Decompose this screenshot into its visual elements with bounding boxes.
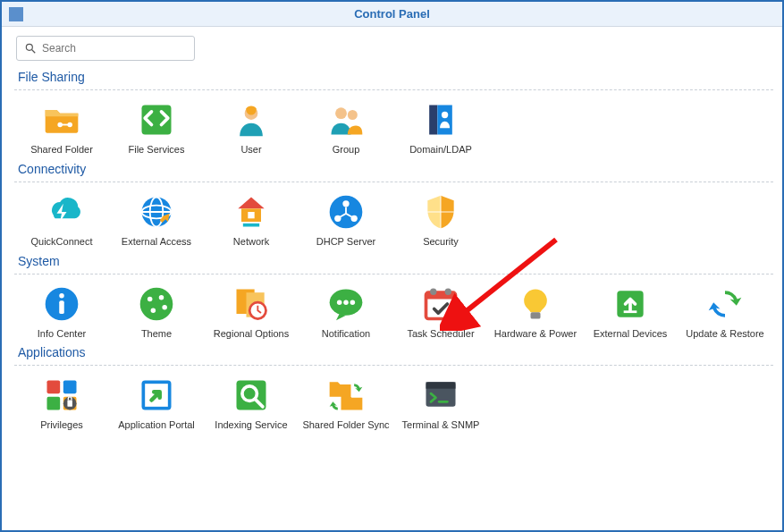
svg-rect-24 <box>59 300 64 314</box>
application-portal-icon <box>136 375 177 416</box>
update-restore-icon <box>704 283 746 325</box>
divider <box>14 182 773 182</box>
label: Terminal & SNMP <box>402 419 480 432</box>
external-devices-icon <box>610 283 651 325</box>
user-icon <box>231 99 272 140</box>
dhcp-server-icon <box>325 191 367 232</box>
item-group[interactable]: Group <box>299 96 393 160</box>
svg-point-39 <box>430 288 436 294</box>
item-shared-folder[interactable]: Shared Folder <box>14 96 109 160</box>
item-shared-folder-sync[interactable]: Shared Folder Sync <box>299 371 393 435</box>
search-input[interactable] <box>42 42 187 55</box>
svg-rect-41 <box>531 312 541 318</box>
label: Domain/LDAP <box>409 144 472 156</box>
label: External Access <box>122 236 191 249</box>
item-hardware-power[interactable]: Hardware & Power <box>488 280 583 344</box>
svg-point-40 <box>445 288 451 294</box>
content: File Sharing Shared Folder File Services <box>2 27 782 530</box>
label: Shared Folder Sync <box>302 419 389 432</box>
svg-rect-44 <box>47 381 61 394</box>
item-terminal-snmp[interactable]: Terminal & SNMP <box>393 371 488 435</box>
grid-file-sharing: Shared Folder File Services User Group <box>14 96 773 160</box>
item-update-restore[interactable]: Update & Restore <box>678 280 772 344</box>
divider <box>14 89 773 90</box>
svg-rect-49 <box>67 401 72 407</box>
label: Task Scheduler <box>407 328 474 341</box>
item-regional-options[interactable]: Regional Options <box>204 280 299 344</box>
svg-point-27 <box>159 294 164 300</box>
item-domain-ldap[interactable]: Domain/LDAP <box>393 96 488 160</box>
svg-line-1 <box>32 50 36 54</box>
hardware-power-icon <box>515 283 556 325</box>
item-privileges[interactable]: Privileges <box>14 371 109 435</box>
svg-point-29 <box>151 308 156 313</box>
svg-point-34 <box>337 300 342 305</box>
search-icon <box>24 42 37 55</box>
item-task-scheduler[interactable]: Task Scheduler <box>393 280 488 344</box>
svg-rect-45 <box>63 381 77 394</box>
label: User <box>240 144 261 156</box>
control-panel-window: Control Panel File Sharing Shared Folder <box>0 0 784 532</box>
label: External Devices <box>594 328 668 341</box>
item-application-portal[interactable]: Application Portal <box>109 371 204 435</box>
label: Security <box>423 236 459 249</box>
item-network[interactable]: Network <box>204 188 299 252</box>
svg-point-28 <box>162 304 167 309</box>
svg-rect-8 <box>429 106 437 135</box>
item-quickconnect[interactable]: QuickConnect <box>14 188 109 252</box>
svg-point-0 <box>26 44 32 50</box>
file-services-icon <box>136 99 177 140</box>
terminal-snmp-icon <box>420 375 461 416</box>
section-title-applications: Applications <box>14 343 773 363</box>
domain-ldap-icon <box>420 99 461 140</box>
grid-applications: Privileges Application Portal Indexing S… <box>14 371 773 435</box>
quickconnect-icon <box>41 191 82 232</box>
item-theme[interactable]: Theme <box>109 280 204 344</box>
svg-rect-43 <box>624 310 637 313</box>
window-title: Control Panel <box>2 7 782 21</box>
item-notification[interactable]: Notification <box>299 280 393 344</box>
grid-system: Info Center Theme Regional Options Notif… <box>14 280 773 344</box>
svg-point-6 <box>335 107 347 119</box>
label: Privileges <box>40 419 83 432</box>
divider <box>14 365 773 366</box>
item-file-services[interactable]: File Services <box>109 96 204 160</box>
svg-rect-46 <box>47 397 61 410</box>
group-icon <box>325 99 367 140</box>
privileges-icon <box>41 375 82 416</box>
label: Regional Options <box>214 328 289 341</box>
section-title-connectivity: Connectivity <box>14 160 773 180</box>
section-title-system: System <box>14 252 773 272</box>
section-title-file-sharing: File Sharing <box>14 68 773 88</box>
label: Info Center <box>38 328 86 341</box>
label: Notification <box>322 328 370 341</box>
search-box[interactable] <box>16 36 195 61</box>
item-security[interactable]: Security <box>393 188 488 252</box>
svg-point-25 <box>140 287 173 320</box>
item-dhcp-server[interactable]: DHCP Server <box>299 188 393 252</box>
svg-point-26 <box>148 296 153 301</box>
svg-point-35 <box>343 300 349 305</box>
label: QuickConnect <box>30 236 92 249</box>
item-external-access[interactable]: External Access <box>109 188 204 252</box>
label: Theme <box>141 328 172 341</box>
item-user[interactable]: User <box>204 96 299 160</box>
item-external-devices[interactable]: External Devices <box>583 280 678 344</box>
label: Update & Restore <box>686 328 763 341</box>
task-scheduler-icon <box>420 283 461 325</box>
svg-point-10 <box>442 112 448 118</box>
label: Shared Folder <box>30 144 93 156</box>
item-indexing-service[interactable]: Indexing Service <box>204 371 299 435</box>
divider <box>14 274 773 274</box>
label: Group <box>333 144 360 156</box>
label: DHCP Server <box>316 236 375 249</box>
svg-point-23 <box>59 293 64 299</box>
svg-rect-17 <box>248 212 254 218</box>
label: Indexing Service <box>215 419 287 432</box>
regional-options-icon <box>231 283 272 325</box>
svg-rect-16 <box>243 224 259 227</box>
svg-point-36 <box>350 300 356 305</box>
svg-rect-56 <box>426 383 456 389</box>
titlebar: Control Panel <box>2 2 782 27</box>
item-info-center[interactable]: Info Center <box>14 280 109 344</box>
